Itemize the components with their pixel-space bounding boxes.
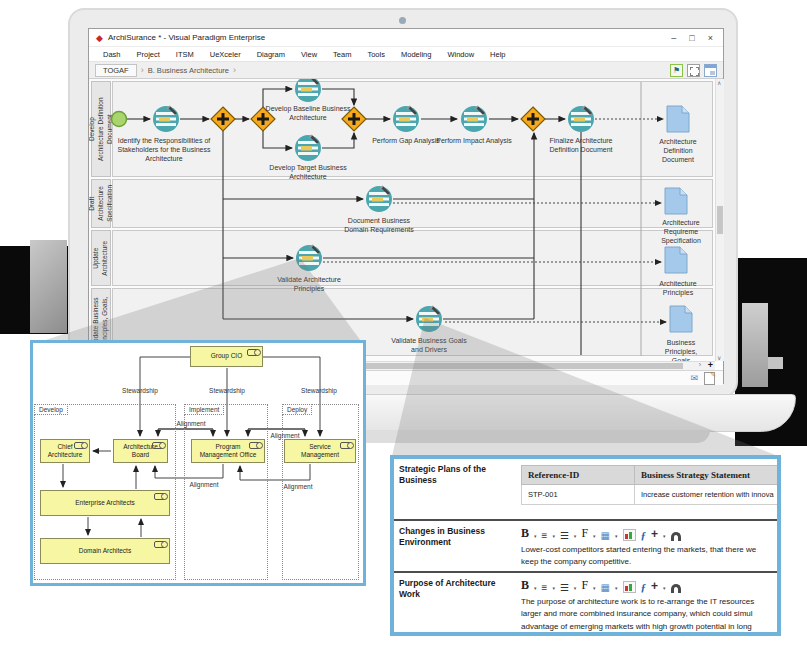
menu-view[interactable]: View (293, 50, 325, 59)
orgchart-panel: Develop Implement Deploy Group CIO Chief… (30, 340, 366, 586)
caret-down-icon[interactable]: ▾ (663, 533, 666, 541)
caret-down-icon[interactable]: ▾ (574, 585, 577, 593)
menu-team[interactable]: Team (325, 50, 359, 59)
orgbox-domain-architects[interactable]: Domain Architects (40, 538, 170, 564)
scroll-down-icon[interactable]: ∨ (717, 354, 721, 361)
add-icon[interactable]: + (651, 527, 658, 541)
task-finalize[interactable] (568, 106, 594, 132)
task-develop-target[interactable] (295, 135, 321, 161)
caret-down-icon[interactable]: ▾ (593, 533, 596, 541)
vertical-scroll-thumb[interactable] (717, 206, 723, 234)
doc-business-principles[interactable] (670, 306, 692, 332)
menu-modeling[interactable]: Modeling (393, 50, 439, 59)
magnet-icon[interactable] (671, 584, 681, 593)
publish-icon[interactable]: ⚑ (670, 64, 683, 77)
task-gap-analysis[interactable] (393, 106, 419, 132)
task-develop-baseline[interactable] (295, 79, 321, 102)
richtext-toolbar: B▾ ≡▾ ☰▾ F▾ ▦▾ ƒ +▾ (521, 526, 756, 541)
doc-architecture-definition[interactable] (667, 106, 689, 132)
font-icon[interactable]: F (581, 526, 588, 541)
fit-bounds-icon[interactable] (687, 64, 700, 77)
pan-icon[interactable]: + (708, 360, 713, 370)
orgbox-program-management-office[interactable]: Program Management Office (191, 439, 265, 463)
menu-dash[interactable]: Dash (95, 50, 129, 59)
caret-down-icon[interactable]: ▾ (552, 533, 555, 541)
font-icon[interactable]: F (581, 578, 588, 593)
chart-icon[interactable] (623, 529, 636, 541)
mail-icon[interactable]: ✉ (690, 373, 698, 383)
orgbox-architecture-board[interactable]: Architecture Board (113, 439, 168, 463)
menu-uexceler[interactable]: UeXceler (202, 50, 249, 59)
doc-requirements-spec[interactable] (665, 188, 687, 214)
orgbox-group-cio[interactable]: Group CIO (190, 346, 263, 367)
minimize-button[interactable]: – (671, 33, 676, 43)
caret-down-icon[interactable]: ▾ (534, 533, 537, 541)
flag-field-icon[interactable]: ƒ (641, 581, 647, 593)
vertical-scrollbar[interactable]: ∧ ∨ (715, 79, 724, 361)
task-document-requirements[interactable] (366, 186, 392, 212)
gateway-1[interactable] (211, 107, 235, 131)
caret-down-icon[interactable]: ▾ (615, 533, 618, 541)
reference-table[interactable]: Reference-ID Business Strategy Statement… (521, 465, 781, 505)
task-identify-responsibilities[interactable] (153, 106, 179, 132)
bold-icon[interactable]: B (521, 578, 529, 593)
gateway-4[interactable] (521, 107, 545, 131)
add-icon[interactable]: + (651, 579, 658, 593)
flag-field-icon[interactable]: ƒ (641, 529, 647, 541)
relation-label-stewardship: Stewardship (301, 387, 337, 394)
window-title: ArchiSurance * - Visual Paradigm Enterpr… (108, 33, 265, 42)
caret-down-icon[interactable]: ▾ (534, 585, 537, 593)
maximize-button[interactable]: □ (689, 33, 694, 43)
purpose-text[interactable]: The purpose of architecture work is to r… (521, 596, 754, 633)
cell-strategy-statement[interactable]: Increase customer retention with innova (635, 485, 782, 505)
deliverable-table-panel: Strategic Plans of the Business Referenc… (390, 455, 781, 636)
caret-down-icon[interactable]: ▾ (615, 585, 618, 593)
doc-architecture-principles[interactable] (665, 247, 687, 273)
breadcrumb-togaf[interactable]: TOGAF (95, 64, 137, 77)
document-label: Business Principles, Goals and Drivers (664, 338, 698, 361)
relation-label-alignment: Alignment (271, 432, 300, 439)
close-button[interactable]: × (708, 33, 713, 43)
caret-down-icon[interactable]: ▾ (574, 533, 577, 541)
orgbox-chief-architecture[interactable]: Chief Architecture (40, 439, 90, 463)
breadcrumb-current[interactable]: B. Business Architecture (148, 66, 229, 75)
chevron-right-icon: › (141, 65, 144, 75)
cell-reference-id[interactable]: STP-001 (522, 485, 635, 505)
task-label: Document Business Domain Requirements (344, 216, 414, 234)
start-event[interactable] (112, 112, 127, 127)
menu-itsm[interactable]: ITSM (168, 50, 202, 59)
relation-label-alignment: Alignment (284, 483, 313, 490)
magnet-icon[interactable] (671, 532, 681, 541)
insert-table-icon[interactable]: ▦ (601, 530, 610, 541)
insert-table-icon[interactable]: ▦ (601, 582, 610, 593)
scroll-up-icon[interactable]: ∧ (717, 79, 721, 86)
list-icon[interactable]: ☰ (560, 530, 569, 541)
business-role-icon (154, 541, 166, 548)
row-label: Strategic Plans of the Business (399, 464, 517, 486)
changes-text[interactable]: Lower-cost competitors started entering … (521, 544, 756, 569)
task-impact-analysis[interactable] (461, 106, 487, 132)
list-icon[interactable]: ☰ (560, 582, 569, 593)
menu-tools[interactable]: Tools (359, 50, 393, 59)
background-device-right-bar (742, 303, 768, 387)
menu-project[interactable]: Project (129, 50, 168, 59)
menu-diagram[interactable]: Diagram (249, 50, 293, 59)
note-pencil-icon[interactable]: ✎ (704, 372, 715, 385)
menu-window[interactable]: Window (439, 50, 482, 59)
caret-down-icon[interactable]: ▾ (663, 585, 666, 593)
caret-down-icon[interactable]: ▾ (552, 585, 555, 593)
document-label: Architecture Requireme Specification (661, 218, 701, 245)
align-icon[interactable]: ≡ (542, 582, 548, 593)
panel-layout-icon[interactable] (704, 64, 717, 77)
align-icon[interactable]: ≡ (542, 530, 548, 541)
table-row-strategic-plans: Strategic Plans of the Business Referenc… (394, 459, 781, 519)
app-logo-icon: ◆ (96, 33, 103, 43)
orgbox-enterprise-architects[interactable]: Enterprise Architects (40, 490, 170, 516)
orgbox-service-management[interactable]: Service Management (284, 439, 356, 463)
chart-icon[interactable] (623, 581, 636, 593)
scroll-right-icon[interactable]: › (699, 361, 701, 368)
bold-icon[interactable]: B (521, 526, 529, 541)
laptop-webcam (399, 17, 406, 24)
caret-down-icon[interactable]: ▾ (593, 585, 596, 593)
menu-help[interactable]: Help (482, 50, 513, 59)
